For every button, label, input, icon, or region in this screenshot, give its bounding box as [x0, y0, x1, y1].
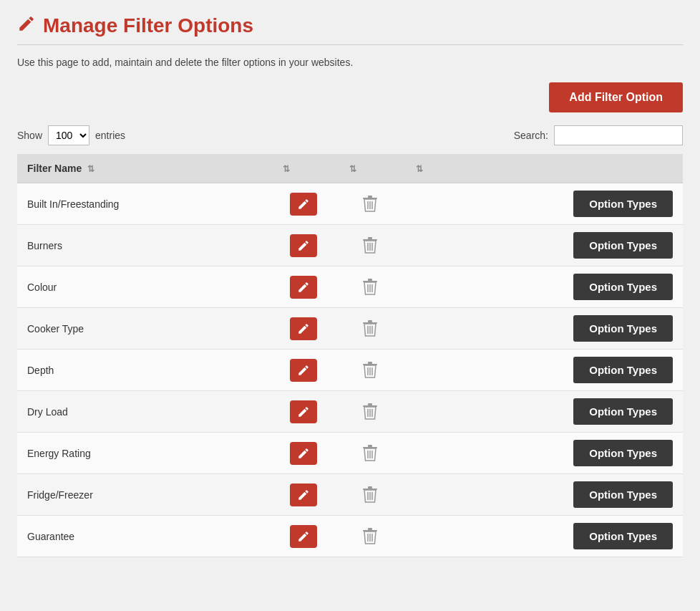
option-types-button[interactable]: Option Types — [573, 481, 673, 508]
sort-icon-name: ⇅ — [87, 164, 94, 174]
filter-name-cell: Built In/Freestanding — [17, 183, 270, 225]
filter-name-cell: Depth — [17, 350, 270, 391]
option-types-cell: Option Types — [403, 225, 683, 266]
edit-icon — [17, 14, 36, 37]
edit-button[interactable] — [290, 525, 317, 548]
option-types-button[interactable]: Option Types — [573, 398, 673, 425]
entries-select[interactable]: 10 25 50 100 — [48, 125, 89, 145]
delete-cell — [336, 183, 403, 225]
edit-button[interactable] — [290, 193, 317, 216]
delete-button[interactable] — [359, 274, 381, 300]
filter-name-cell: Energy Rating — [17, 433, 270, 474]
table-row: Colour Option Types — [17, 266, 683, 308]
table-row: Fridge/Freezer Option Types — [17, 474, 683, 516]
table-header-row: Filter Name ⇅ ⇅ ⇅ ⇅ — [17, 154, 683, 183]
delete-cell — [336, 474, 403, 516]
option-types-cell: Option Types — [403, 474, 683, 516]
delete-cell — [336, 225, 403, 266]
filter-name-cell: Cooker Type — [17, 308, 270, 350]
sort-icon-delete: ⇅ — [349, 164, 356, 174]
delete-button[interactable] — [359, 441, 381, 466]
option-types-button[interactable]: Option Types — [573, 191, 673, 217]
edit-button[interactable] — [290, 276, 317, 299]
edit-cell — [270, 516, 336, 557]
header-divider — [17, 44, 683, 45]
delete-button[interactable] — [359, 233, 381, 259]
edit-cell — [270, 183, 336, 225]
toolbar: Add Filter Option — [17, 82, 683, 112]
svg-rect-21 — [368, 362, 372, 364]
edit-cell — [270, 308, 336, 350]
svg-rect-1 — [368, 196, 372, 198]
col-header-edit[interactable]: ⇅ — [270, 154, 336, 183]
svg-rect-6 — [368, 237, 372, 239]
option-types-button[interactable]: Option Types — [573, 315, 673, 342]
table-row: Depth Option Types — [17, 350, 683, 391]
option-types-cell: Option Types — [403, 516, 683, 557]
edit-cell — [270, 474, 336, 516]
delete-cell — [336, 350, 403, 391]
page-title: Manage Filter Options — [43, 14, 253, 37]
option-types-cell: Option Types — [403, 308, 683, 350]
edit-button[interactable] — [290, 483, 317, 506]
table-row: Built In/Freestanding Option Types — [17, 183, 683, 225]
show-label: Show — [17, 130, 42, 141]
svg-rect-26 — [368, 403, 372, 405]
filter-name-cell: Burners — [17, 225, 270, 266]
delete-cell — [336, 433, 403, 474]
edit-button[interactable] — [290, 234, 317, 257]
delete-cell — [336, 391, 403, 433]
add-filter-option-button[interactable]: Add Filter Option — [549, 82, 683, 112]
svg-rect-11 — [368, 279, 372, 281]
table-row: Burners Option Types — [17, 225, 683, 266]
option-types-cell: Option Types — [403, 433, 683, 474]
delete-cell — [336, 266, 403, 308]
filter-name-cell: Colour — [17, 266, 270, 308]
delete-button[interactable] — [359, 316, 381, 342]
col-header-options[interactable]: ⇅ — [403, 154, 683, 183]
search-area: Search: — [514, 125, 683, 145]
page-description: Use this page to add, maintain and delet… — [17, 57, 683, 68]
edit-cell — [270, 391, 336, 433]
edit-button[interactable] — [290, 317, 317, 340]
delete-button[interactable] — [359, 357, 381, 383]
edit-cell — [270, 225, 336, 266]
svg-rect-36 — [368, 486, 372, 489]
delete-cell — [336, 516, 403, 557]
edit-button[interactable] — [290, 442, 317, 465]
delete-button[interactable] — [359, 482, 381, 508]
svg-rect-31 — [368, 445, 372, 447]
filter-name-cell: Fridge/Freezer — [17, 474, 270, 516]
option-types-button[interactable]: Option Types — [573, 274, 673, 300]
option-types-cell: Option Types — [403, 183, 683, 225]
svg-rect-41 — [368, 528, 372, 530]
filter-name-cell: Dry Load — [17, 391, 270, 433]
delete-button[interactable] — [359, 524, 381, 549]
table-row: Energy Rating Option Types — [17, 433, 683, 474]
edit-cell — [270, 350, 336, 391]
option-types-button[interactable]: Option Types — [573, 523, 673, 549]
col-header-filter-name[interactable]: Filter Name ⇅ — [17, 154, 270, 183]
option-types-button[interactable]: Option Types — [573, 357, 673, 383]
search-label: Search: — [514, 130, 548, 141]
page-header: Manage Filter Options — [17, 14, 683, 37]
entries-label: entries — [95, 130, 125, 141]
delete-button[interactable] — [359, 191, 381, 217]
search-input[interactable] — [554, 125, 683, 145]
table-row: Cooker Type Option Types — [17, 308, 683, 350]
filter-name-cell: Guarantee — [17, 516, 270, 557]
edit-button[interactable] — [290, 359, 317, 382]
sort-icon-options: ⇅ — [416, 164, 423, 174]
delete-cell — [336, 308, 403, 350]
edit-cell — [270, 266, 336, 308]
option-types-button[interactable]: Option Types — [573, 440, 673, 466]
option-types-cell: Option Types — [403, 350, 683, 391]
table-row: Dry Load Option Types — [17, 391, 683, 433]
show-entries-control: Show 10 25 50 100 entries — [17, 125, 125, 145]
option-types-cell: Option Types — [403, 391, 683, 433]
option-types-button[interactable]: Option Types — [573, 232, 673, 259]
col-header-delete[interactable]: ⇅ — [336, 154, 403, 183]
edit-button[interactable] — [290, 400, 317, 423]
option-types-cell: Option Types — [403, 266, 683, 308]
delete-button[interactable] — [359, 399, 381, 425]
